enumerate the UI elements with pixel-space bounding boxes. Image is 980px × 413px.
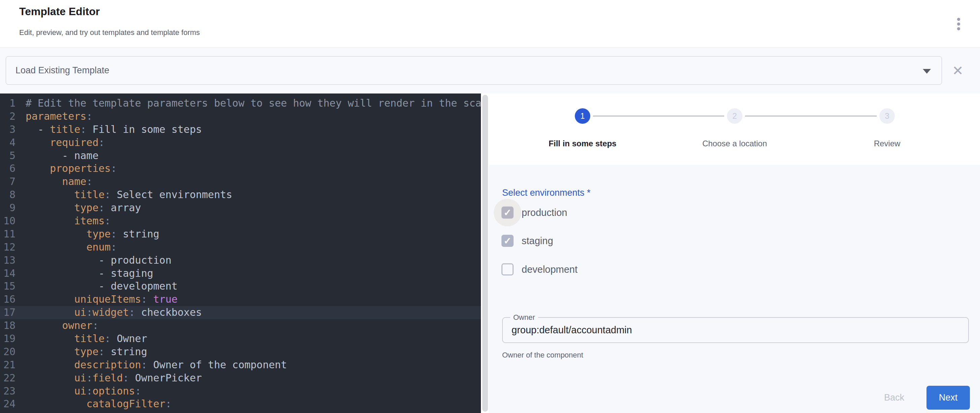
line-number: 23	[0, 385, 16, 398]
code-text: ui:field: OwnerPicker	[25, 372, 202, 385]
checked-checkbox[interactable]: ✓	[501, 206, 514, 219]
code-text: catalogFilter:	[25, 397, 172, 411]
chevron-down-icon	[923, 69, 931, 74]
next-button[interactable]: Next	[926, 386, 970, 410]
line-number: 7	[0, 175, 16, 188]
code-text: uniqueItems: true	[25, 293, 178, 306]
load-existing-template-select[interactable]: Load Existing Template	[6, 56, 942, 85]
environments-group-label: Select environments *	[502, 187, 590, 198]
code-line[interactable]: 1# Edit the template parameters below to…	[0, 97, 481, 110]
checkbox-row-development[interactable]: development	[501, 263, 578, 275]
checkbox-row-production[interactable]: ✓production	[501, 206, 567, 219]
code-line[interactable]: 22 ui:field: OwnerPicker	[0, 372, 481, 385]
code-line[interactable]: 12 enum:	[0, 241, 481, 254]
code-text: owner:	[25, 319, 99, 332]
line-number: 15	[0, 280, 16, 293]
code-line[interactable]: 11 type: string	[0, 228, 481, 241]
code-text: required:	[25, 136, 105, 149]
code-text: - name	[25, 149, 99, 162]
code-text: items:	[25, 214, 111, 228]
line-number: 24	[0, 397, 16, 411]
panel-scrollbar[interactable]	[482, 95, 488, 411]
page-title: Template Editor	[19, 5, 100, 18]
owner-helper-text: Owner of the component	[502, 351, 583, 359]
line-number: 5	[0, 149, 16, 162]
line-number: 16	[0, 293, 16, 306]
code-line[interactable]: 6 properties:	[0, 162, 481, 175]
code-line[interactable]: 23 ui:options:	[0, 385, 481, 398]
step-label: Choose a location	[702, 139, 767, 148]
code-line[interactable]: 8 title: Select environments	[0, 188, 481, 202]
code-text: enum:	[25, 241, 117, 254]
page-header: Template Editor Edit, preview, and try o…	[0, 0, 980, 48]
code-text: parameters:	[25, 110, 92, 123]
kebab-dot	[957, 27, 960, 30]
kebab-menu-icon[interactable]	[951, 14, 966, 33]
line-number: 12	[0, 241, 16, 254]
code-text: title: Select environments	[25, 188, 232, 202]
code-line[interactable]: 24 catalogFilter:	[0, 397, 481, 411]
code-text: description: Owner of the component	[25, 359, 287, 372]
code-line[interactable]: 15 - development	[0, 280, 481, 293]
back-button[interactable]: Back	[872, 386, 916, 410]
code-line[interactable]: 18 owner:	[0, 319, 481, 332]
select-placeholder-label: Load Existing Template	[16, 65, 110, 76]
step-circle-1[interactable]: 1	[575, 108, 590, 124]
code-line[interactable]: 3 - title: Fill in some steps	[0, 123, 481, 136]
code-line[interactable]: 20 type: string	[0, 345, 481, 359]
owner-field-value: group:default/accountadmin	[512, 318, 959, 342]
line-number: 3	[0, 123, 16, 136]
code-text: name:	[25, 175, 92, 188]
kebab-dot	[957, 18, 960, 21]
code-text: - development	[25, 280, 178, 293]
step-connector	[593, 116, 724, 116]
template-toolbar: Load Existing Template ✕	[0, 48, 980, 94]
code-line[interactable]: 17 ui:widget: checkboxes	[0, 306, 481, 319]
checked-checkbox[interactable]: ✓	[501, 235, 514, 247]
checkbox-label: production	[522, 207, 567, 218]
wizard-stepper: 1Fill in some steps2Choose a location3Re…	[488, 94, 980, 165]
code-text: - staging	[25, 267, 153, 280]
code-line[interactable]: 14 - staging	[0, 267, 481, 280]
line-number: 2	[0, 110, 16, 123]
code-line[interactable]: 7 name:	[0, 175, 481, 188]
close-icon[interactable]: ✕	[949, 62, 967, 79]
code-line[interactable]: 9 type: array	[0, 202, 481, 214]
code-line[interactable]: 5 - name	[0, 149, 481, 162]
step-circle-2[interactable]: 2	[727, 108, 742, 124]
code-text: type: string	[25, 345, 147, 359]
template-preview-panel: 1Fill in some steps2Choose a location3Re…	[488, 94, 980, 413]
line-number: 18	[0, 319, 16, 332]
line-number: 10	[0, 214, 16, 228]
line-number: 1	[0, 97, 16, 110]
line-number: 8	[0, 188, 16, 202]
unchecked-checkbox[interactable]	[501, 263, 514, 275]
code-line[interactable]: 10 items:	[0, 214, 481, 228]
kebab-dot	[957, 22, 960, 25]
code-text: type: string	[25, 228, 159, 241]
code-line[interactable]: 21 description: Owner of the component	[0, 359, 481, 372]
line-number: 6	[0, 162, 16, 175]
code-text: ui:options:	[25, 385, 141, 398]
step-circle-3[interactable]: 3	[880, 108, 895, 124]
line-number: 22	[0, 372, 16, 385]
code-line[interactable]: 4 required:	[0, 136, 481, 149]
code-text: # Edit the template parameters below to …	[25, 97, 481, 110]
line-number: 13	[0, 254, 16, 267]
step-label: Fill in some steps	[549, 139, 616, 148]
check-icon: ✓	[501, 235, 514, 247]
yaml-code-editor[interactable]: 1# Edit the template parameters below to…	[0, 94, 481, 413]
owner-input-field[interactable]: Owner group:default/accountadmin	[502, 317, 969, 343]
checkbox-label: staging	[522, 235, 553, 246]
code-line[interactable]: 2parameters:	[0, 110, 481, 123]
check-icon: ✓	[501, 206, 514, 219]
code-line[interactable]: 19 title: Owner	[0, 332, 481, 345]
step-label: Review	[874, 139, 900, 148]
code-line[interactable]: 16 uniqueItems: true	[0, 293, 481, 306]
line-number: 17	[0, 306, 16, 319]
line-number: 21	[0, 359, 16, 372]
checkbox-row-staging[interactable]: ✓staging	[501, 235, 553, 247]
code-line[interactable]: 13 - production	[0, 254, 481, 267]
line-number: 9	[0, 202, 16, 214]
line-number: 19	[0, 332, 16, 345]
